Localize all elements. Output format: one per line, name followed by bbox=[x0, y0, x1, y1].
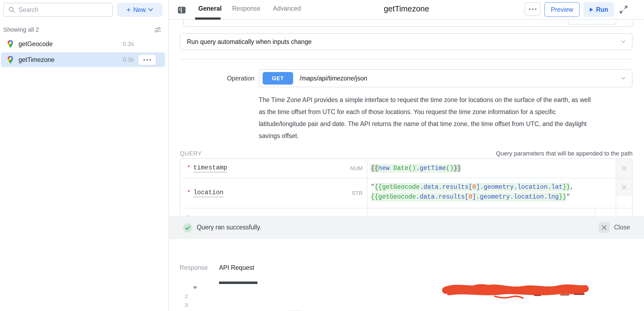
code-line[interactable]: 2 "request": { bbox=[169, 284, 644, 292]
operation-select[interactable]: GET /maps/api/timezone/json bbox=[259, 69, 633, 87]
run-behavior-value: Run query automatically when inputs chan… bbox=[187, 38, 621, 46]
endpoint-path: /maps/api/timezone/json bbox=[300, 75, 621, 82]
param-name-cell[interactable]: * timestamp NUM bbox=[180, 159, 367, 178]
ellipsis-icon bbox=[529, 8, 530, 10]
search-input[interactable]: Search bbox=[3, 3, 113, 17]
delete-param-cell[interactable] bbox=[616, 178, 632, 208]
query-list-sidebar: Search + New Showing all 2 bbox=[0, 0, 169, 311]
results-panel: Response API Request 2 "request": { 3 "u… bbox=[169, 239, 644, 311]
code-line-clipped[interactable]: 4 "method": "GET", bbox=[169, 309, 644, 311]
sidebar-item-gettimezone[interactable]: getTimezone 0.3s bbox=[1, 52, 165, 67]
chevron-down-icon bbox=[621, 77, 625, 80]
item-options-button[interactable] bbox=[138, 54, 156, 65]
close-x-icon[interactable] bbox=[616, 159, 632, 178]
param-name: location bbox=[193, 189, 223, 197]
param-name-cell[interactable]: * location STR bbox=[180, 178, 367, 208]
run-button-label: Run bbox=[596, 6, 608, 13]
close-status-button[interactable] bbox=[599, 222, 610, 233]
expand-diagonal-arrows-icon[interactable] bbox=[619, 5, 628, 15]
query-duration-badge: 0.3s bbox=[123, 56, 134, 63]
showing-count-label: Showing all 2 bbox=[3, 26, 39, 33]
rest-api-query-editor: Search + New Showing all 2 bbox=[0, 0, 644, 311]
sidebar-item-getgeocode[interactable]: getGeocode 0.3s bbox=[1, 37, 165, 51]
operation-label: Operation bbox=[204, 75, 254, 82]
ellipsis-icon bbox=[144, 59, 145, 61]
caret-down-icon[interactable] bbox=[193, 286, 197, 289]
query-section-title: QUERY bbox=[180, 150, 202, 157]
section-divider bbox=[180, 59, 633, 59]
tab-results-response[interactable]: Response bbox=[180, 264, 208, 271]
tab-results-api-request[interactable]: API Request bbox=[219, 264, 254, 271]
close-x-icon bbox=[602, 225, 607, 230]
new-button[interactable]: + New bbox=[117, 3, 162, 17]
google-maps-pin-icon bbox=[6, 55, 15, 64]
param-name: timestamp bbox=[193, 164, 227, 172]
delete-param-cell[interactable] bbox=[616, 159, 632, 178]
search-placeholder: Search bbox=[19, 6, 38, 14]
google-maps-pin-icon bbox=[6, 40, 15, 48]
search-icon bbox=[8, 6, 15, 13]
http-method-badge: GET bbox=[263, 72, 293, 85]
filter-sliders-icon[interactable] bbox=[154, 26, 162, 35]
editor-scroll-area: Run query automatically when inputs chan… bbox=[169, 20, 644, 236]
close-status-label[interactable]: Close bbox=[614, 224, 630, 231]
required-asterisk: * bbox=[187, 165, 191, 172]
run-button[interactable]: Run bbox=[584, 2, 614, 17]
param-value-input[interactable]: {{new Date().getTime()}} bbox=[367, 159, 616, 178]
query-duration-badge: 0.3s bbox=[123, 40, 134, 47]
close-x-icon[interactable] bbox=[616, 178, 632, 196]
new-button-label: New bbox=[133, 6, 146, 14]
param-row-timestamp: * timestamp NUM {{new Date().getTime()}} bbox=[180, 159, 632, 178]
more-options-button[interactable] bbox=[525, 2, 540, 16]
resource-row-partial-control[interactable] bbox=[568, 20, 616, 25]
active-tab-indicator bbox=[195, 17, 221, 20]
query-section-hint: Query parameters that will be appended t… bbox=[496, 150, 633, 157]
query-item-name: getTimezone bbox=[19, 56, 54, 64]
editor-header: General Response Advanced getTimezone Pr… bbox=[169, 0, 644, 20]
plus-icon: + bbox=[126, 6, 131, 14]
param-value-input[interactable]: "{{getGeocode.data.results[0].geometry.l… bbox=[367, 178, 616, 208]
preview-button[interactable]: Preview bbox=[544, 2, 580, 17]
resource-row-partial[interactable] bbox=[183, 20, 633, 27]
code-line[interactable]: 3 "url": "https://maps.googleapis.com/ma… bbox=[169, 292, 644, 301]
endpoint-description: The Time Zone API provides a simple inte… bbox=[259, 94, 640, 142]
list-toolbar: Showing all 2 bbox=[0, 25, 169, 34]
query-item-name: getGeocode bbox=[19, 40, 53, 48]
status-message: Query ran successfully. bbox=[197, 224, 261, 231]
check-circle-icon bbox=[183, 223, 193, 234]
play-icon bbox=[590, 7, 593, 12]
param-row-location: * location STR "{{getGeocode.data.result… bbox=[180, 178, 632, 208]
param-type-badge: NUM bbox=[350, 165, 363, 172]
query-editor-main: General Response Advanced getTimezone Pr… bbox=[169, 0, 644, 311]
query-status-bar: Query ran successfully. Close bbox=[169, 216, 644, 239]
required-asterisk: * bbox=[187, 190, 191, 197]
chevron-down-icon bbox=[621, 40, 625, 43]
run-behavior-select[interactable]: Run query automatically when inputs chan… bbox=[180, 33, 633, 50]
chevron-down-icon bbox=[148, 8, 153, 11]
param-type-badge: STR bbox=[352, 190, 363, 196]
